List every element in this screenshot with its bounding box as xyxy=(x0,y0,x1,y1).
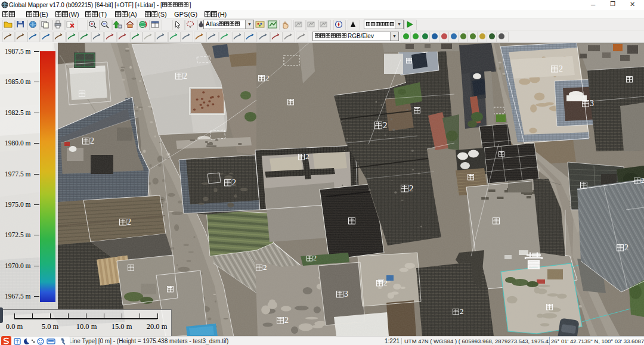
svg-text:GPS(G): GPS(G) xyxy=(174,11,197,18)
svg-text:2: 2 xyxy=(409,184,414,193)
svg-text:2: 2 xyxy=(383,121,388,130)
svg-text:(E): (E) xyxy=(39,11,48,18)
svg-text:2: 2 xyxy=(127,218,131,226)
svg-text:(T): (T) xyxy=(98,11,107,18)
svg-text:(W): (W) xyxy=(69,11,79,18)
svg-text:3: 3 xyxy=(590,100,594,108)
svg-text:2: 2 xyxy=(313,255,317,262)
svg-text:(H): (H) xyxy=(218,11,227,18)
svg-text:2: 2 xyxy=(559,65,563,73)
svg-text:2: 2 xyxy=(305,153,309,161)
svg-text:2: 2 xyxy=(265,74,270,82)
svg-text:2: 2 xyxy=(183,72,187,80)
svg-text:(S): (S) xyxy=(158,11,167,18)
svg-text:2: 2 xyxy=(284,316,289,325)
svg-text:2: 2 xyxy=(263,264,267,272)
svg-text:2: 2 xyxy=(460,308,464,316)
svg-text:2: 2 xyxy=(641,177,644,185)
svg-text:3: 3 xyxy=(344,290,348,299)
svg-text:2: 2 xyxy=(383,279,388,287)
svg-text:2: 2 xyxy=(90,137,94,145)
svg-text:2: 2 xyxy=(232,179,236,187)
svg-text:(A): (A) xyxy=(128,11,137,18)
svg-text:2: 2 xyxy=(624,244,628,252)
